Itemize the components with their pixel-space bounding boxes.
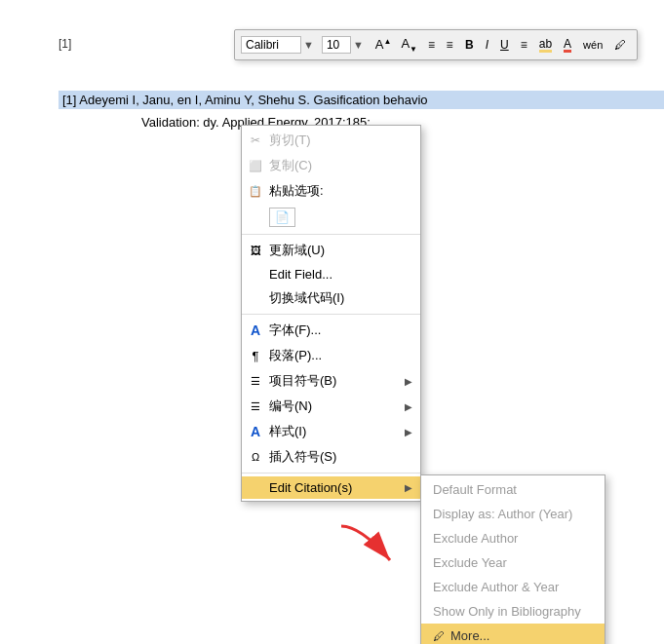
page-number: [1]	[59, 37, 71, 51]
submenu-exclude-year-label: Exclude Year	[433, 555, 507, 570]
menu-item-font[interactable]: A 字体(F)...	[242, 318, 420, 343]
red-arrow-svg	[332, 516, 429, 575]
menu-item-font-label: 字体(F)...	[269, 322, 321, 339]
bullets-arrow: ▶	[405, 376, 412, 387]
page-number-text: [1]	[59, 37, 71, 51]
menu-item-insert-symbol[interactable]: Ω 插入符号(S)	[242, 444, 420, 470]
align-right-button[interactable]: ≡	[442, 36, 458, 54]
menu-item-paragraph[interactable]: ¶ 段落(P)...	[242, 343, 420, 368]
menu-item-copy-label: 复制(C)	[269, 157, 312, 174]
submenu-more[interactable]: 🖊 More...	[421, 624, 605, 644]
reference-line-1: [1] Adeyemi I, Janu, en I, Aminu Y, Sheh…	[59, 91, 664, 109]
menu-item-bullets[interactable]: ☰ 项目符号(B) ▶	[242, 368, 420, 394]
menu-item-paste-options[interactable]: 📋 粘贴选项:	[242, 178, 420, 204]
submenu-exclude-year[interactable]: Exclude Year	[421, 550, 605, 575]
strikethrough-button[interactable]: ≡	[516, 36, 532, 54]
menu-item-insert-symbol-label: 插入符号(S)	[269, 448, 336, 466]
submenu-default-format[interactable]: Default Format	[421, 477, 605, 502]
styles-icon: A	[246, 424, 265, 439]
submenu-exclude-author-year[interactable]: Exclude Author & Year	[421, 575, 605, 599]
menu-item-numbering-label: 编号(N)	[269, 398, 312, 415]
font-size-display: 10	[322, 36, 351, 54]
highlight-button[interactable]: ab	[534, 35, 557, 55]
menu-item-paste-label: 粘贴选项:	[269, 182, 324, 200]
formatting-toolbar: Calibri ▼ 10 ▼ A▲ A▼ ≡ ≡ B I U ≡ ab A wé…	[234, 29, 638, 60]
paragraph-icon: ¶	[246, 349, 265, 363]
format-buttons-row2: B I U ≡ ab A wén 🖊	[460, 35, 631, 55]
menu-item-paragraph-label: 段落(P)...	[269, 347, 322, 364]
submenu-show-only-bibliography[interactable]: Show Only in Bibliography	[421, 599, 605, 624]
menu-item-toggle-field[interactable]: 切换域代码(I)	[242, 285, 420, 311]
menu-item-edit-citation[interactable]: Edit Citation(s) ▶ Default Format Displa…	[242, 476, 420, 499]
insert-symbol-icon: Ω	[246, 451, 265, 463]
submenu-exclude-author-label: Exclude Author	[433, 531, 518, 546]
italic-button[interactable]: I	[481, 36, 493, 54]
paste-special-icon: 📄	[269, 208, 295, 227]
edit-citation-submenu: Default Format Display as: Author (Year)…	[420, 474, 605, 644]
menu-item-paste-icon-row[interactable]: 📄	[242, 204, 420, 231]
wen-button[interactable]: wén	[578, 37, 607, 53]
edit-citation-arrow: ▶	[405, 482, 412, 493]
menu-item-edit-field[interactable]: Edit Field...	[242, 263, 420, 285]
menu-item-cut-label: 剪切(T)	[269, 132, 311, 149]
menu-item-numbering[interactable]: ☰ 编号(N) ▶	[242, 394, 420, 419]
menu-item-update-field-label: 更新域(U)	[269, 242, 325, 259]
menu-item-cut[interactable]: ✂ 剪切(T)	[242, 128, 420, 153]
font-icon: A	[246, 322, 265, 338]
submenu-more-label: More...	[450, 628, 489, 643]
menu-item-update-field[interactable]: 🖼 更新域(U)	[242, 238, 420, 263]
font-shrink-button[interactable]: A▼	[397, 34, 421, 56]
font-size-dropdown-icon[interactable]: ▼	[353, 39, 364, 51]
submenu-display-as-label: Display as: Author (Year)	[433, 507, 572, 521]
menu-item-toggle-field-label: 切换域代码(I)	[269, 289, 344, 307]
font-name-dropdown-icon[interactable]: ▼	[303, 39, 314, 51]
bold-button[interactable]: B	[460, 36, 479, 54]
submenu-show-only-bibliography-label: Show Only in Bibliography	[433, 604, 581, 619]
update-field-icon: 🖼	[246, 245, 265, 256]
menu-item-styles[interactable]: A 样式(I) ▶	[242, 419, 420, 444]
menu-item-styles-label: 样式(I)	[269, 423, 306, 440]
arrow-indicator	[332, 516, 429, 578]
menu-item-bullets-label: 项目符号(B)	[269, 372, 336, 390]
copy-icon: ⬜	[246, 160, 265, 172]
styles-arrow: ▶	[405, 427, 412, 437]
submenu-exclude-author[interactable]: Exclude Author	[421, 526, 605, 550]
submenu-exclude-author-year-label: Exclude Author & Year	[433, 580, 559, 594]
more-pencil-icon: 🖊	[433, 629, 445, 643]
font-color-button[interactable]: A	[559, 35, 576, 55]
context-menu: ✂ 剪切(T) ⬜ 复制(C) 📋 粘贴选项: 📄 🖼 更新域(U) Edit …	[241, 125, 421, 502]
menu-separator-1	[242, 234, 420, 235]
cut-icon: ✂	[246, 133, 265, 147]
menu-item-edit-field-label: Edit Field...	[269, 267, 332, 282]
font-name-display: Calibri	[241, 36, 301, 54]
pencil-button[interactable]: 🖊	[609, 36, 631, 54]
bullets-icon: ☰	[246, 375, 265, 388]
menu-item-copy[interactable]: ⬜ 复制(C)	[242, 153, 420, 178]
document-background: [1] [1] Adeyemi I, Janu, en I, Aminu Y, …	[0, 0, 664, 644]
paste-icon: 📋	[246, 185, 265, 198]
menu-item-edit-citation-label: Edit Citation(s)	[269, 480, 352, 495]
numbering-icon: ☰	[246, 400, 265, 413]
menu-separator-3	[242, 473, 420, 474]
underline-button[interactable]: U	[495, 36, 514, 54]
align-left-button[interactable]: ≡	[423, 36, 440, 54]
font-grow-button[interactable]: A▲	[371, 35, 396, 54]
submenu-default-format-label: Default Format	[433, 482, 517, 497]
menu-separator-2	[242, 314, 420, 315]
numbering-arrow: ▶	[405, 401, 412, 412]
submenu-display-as[interactable]: Display as: Author (Year)	[421, 502, 605, 526]
